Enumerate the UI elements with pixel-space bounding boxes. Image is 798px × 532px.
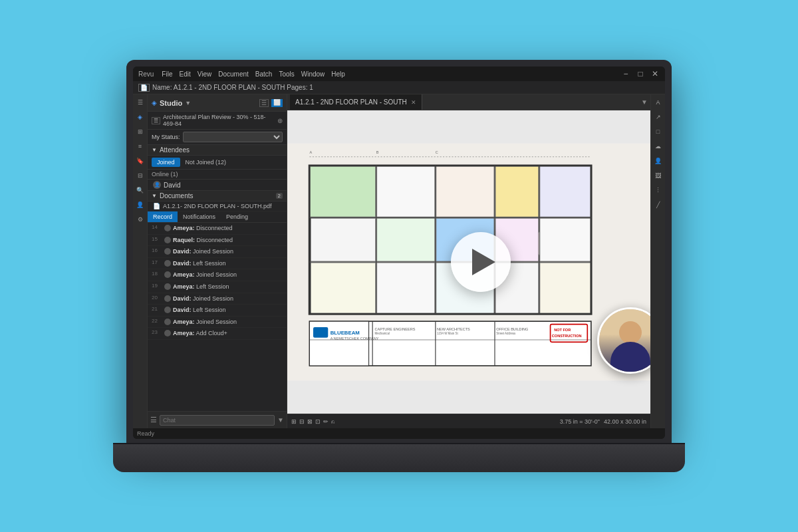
status-select[interactable] [183, 132, 283, 142]
activity-item: 14 Ameya: Disconnected [148, 223, 287, 235]
panel-icon[interactable]: ☰ [135, 97, 146, 108]
studio-icon1[interactable]: ☰ [259, 99, 269, 107]
studio-icon[interactable]: ◈ [135, 112, 146, 122]
session-expand[interactable]: ⊕ [277, 117, 283, 124]
menu-tools[interactable]: Tools [279, 70, 294, 78]
toolbar-snap-icon[interactable]: ⊟ [299, 418, 305, 425]
minimize-button[interactable]: − [621, 69, 630, 78]
right-toolbar: A ↗ □ ☁ 👤 🖼 ⋮ ╱ [650, 94, 665, 428]
bookmarks-icon[interactable]: 🔖 [135, 156, 146, 166]
attendee-item: 👤 David [148, 180, 287, 190]
menu-window[interactable]: Window [301, 70, 325, 78]
app-logo: Revu [138, 70, 154, 78]
menu-batch[interactable]: Batch [255, 70, 273, 78]
activity-text: David: Joined Session [173, 247, 283, 256]
menu-document[interactable]: Document [218, 70, 249, 78]
documents-section: ▼ Documents 2 [148, 190, 287, 201]
right-cloud-icon[interactable]: ☁ [653, 141, 664, 152]
svg-text:C: C [436, 150, 438, 154]
attendees-label: Attendees [160, 146, 190, 154]
status-bar: Ready [133, 428, 665, 439]
thumbnails-icon[interactable]: ⊟ [135, 170, 146, 181]
right-text-icon[interactable]: A [653, 97, 664, 108]
person-silhouette [599, 309, 650, 372]
tab-expand-icon[interactable]: ▼ [641, 98, 648, 106]
close-button[interactable]: ✕ [650, 69, 660, 78]
bottom-toolbar: ⊞ ⊟ ⊠ ⊡ ✏ ⎌ 3.75 in = 30'-0" 42.00 x 30.… [287, 414, 650, 428]
online-section: Online (1) [148, 170, 287, 180]
activity-num: 17 [152, 259, 162, 265]
app-container: Revu File Edit View Document Batch Tools… [133, 66, 665, 439]
activity-item: 16 David: Joined Session [148, 246, 287, 258]
properties-icon[interactable]: ≡ [135, 141, 146, 152]
svg-text:OFFICE BUILDING: OFFICE BUILDING [496, 327, 528, 331]
right-image-icon[interactable]: 🖼 [653, 170, 664, 181]
studio-dropdown[interactable]: ▼ [185, 100, 191, 106]
activity-item: 23 Ameya: Add Cloud+ [148, 328, 287, 340]
activity-text: Ameya: Left Session [173, 283, 283, 291]
svg-text:Mechanical: Mechanical [374, 332, 389, 335]
menu-edit[interactable]: Edit [179, 70, 190, 78]
chat-input[interactable] [160, 415, 275, 426]
right-rect-icon[interactable]: □ [653, 126, 664, 137]
right-dots-icon[interactable]: ⋮ [653, 185, 664, 196]
svg-text:CONSTRUCTION: CONSTRUCTION [552, 334, 582, 338]
joined-tab[interactable]: Joined [152, 158, 180, 167]
search-icon[interactable]: 🔍 [135, 185, 146, 196]
record-tabs: Record Notifications Pending [148, 211, 287, 223]
menu-help[interactable]: Help [331, 70, 345, 78]
svg-text:CAPTURE ENGINEERS: CAPTURE ENGINEERS [374, 327, 415, 331]
title-bar: Revu File Edit View Document Batch Tools… [133, 66, 665, 81]
studio-icon2[interactable]: ⬜ [271, 99, 283, 107]
pending-tab[interactable]: Pending [221, 211, 253, 222]
notifications-tab[interactable]: Notifications [178, 211, 221, 222]
users-icon[interactable]: 👤 [135, 200, 146, 210]
attendees-section: ▼ Attendees [148, 145, 287, 156]
attendee-avatar: 👤 [153, 181, 161, 189]
right-line-icon[interactable]: ╱ [653, 200, 664, 210]
toolbar-grid-icon[interactable]: ⊞ [291, 418, 297, 425]
activity-num: 20 [152, 295, 162, 301]
sidebar: ◈ Studio ▼ ☰ ⬜ ☰ Architectural Plan Revi… [148, 94, 287, 428]
svg-rect-8 [311, 166, 376, 217]
play-button[interactable] [451, 232, 511, 292]
svg-text:1234 W Main St: 1234 W Main St [437, 332, 458, 335]
toolbar-ortho-icon[interactable]: ⊠ [307, 418, 313, 425]
menu-view[interactable]: View [198, 70, 212, 78]
attendees-chevron[interactable]: ▼ [152, 147, 157, 153]
tab-close-icon[interactable]: ✕ [411, 99, 416, 106]
session-icon: ☰ [152, 117, 160, 124]
not-joined-tab[interactable]: Not Joined (12) [183, 158, 229, 167]
activity-list: 14 Ameya: Disconnected 15 Raquel: Discon… [148, 223, 287, 411]
attendee-name: David [164, 182, 181, 189]
right-arrow-icon[interactable]: ↗ [653, 112, 664, 122]
studio-label: Studio [160, 99, 182, 107]
doc-name: A1.2.1- 2ND FLOOR PLAN - SOUTH.pdf [163, 203, 272, 209]
layers-icon[interactable]: ⊞ [135, 126, 146, 137]
chat-filter-icon[interactable]: ▼ [277, 416, 284, 424]
chat-list-icon[interactable]: ☰ [150, 416, 157, 424]
doc-tab[interactable]: A1.2.1 - 2ND FLOOR PLAN - SOUTH ✕ [290, 94, 422, 110]
svg-text:NEW ARCHITECTS: NEW ARCHITECTS [437, 327, 470, 331]
activity-avatar [164, 330, 171, 336]
record-tab[interactable]: Record [148, 211, 178, 222]
settings-icon[interactable]: ⚙ [135, 214, 146, 225]
activity-num: 22 [152, 318, 162, 324]
toolbar-measure-icon[interactable]: ⊡ [315, 418, 321, 425]
maximize-button[interactable]: □ [636, 69, 645, 78]
toolbar-pen-icon[interactable]: ✏ [323, 418, 329, 425]
activity-item: 22 Ameya: Joined Session [148, 317, 287, 329]
activity-item: 15 Raquel: Disconnected [148, 235, 287, 247]
documents-chevron[interactable]: ▼ [152, 193, 157, 199]
content-area: A1.2.1 - 2ND FLOOR PLAN - SOUTH ✕ ▼ [287, 94, 650, 428]
activity-item: 19 Ameya: Left Session [148, 281, 287, 293]
scale-label: 3.75 in = 30'-0" [560, 418, 600, 425]
activity-item: 20 David: Joined Session [148, 293, 287, 305]
toolbar-stamp-icon[interactable]: ⎌ [331, 418, 334, 425]
menu-file[interactable]: File [162, 70, 172, 78]
right-person-icon[interactable]: 👤 [653, 156, 664, 166]
file-icon: 📄 [138, 84, 150, 92]
activity-num: 14 [152, 224, 162, 230]
svg-rect-29 [313, 327, 328, 338]
bottom-right: 3.75 in = 30'-0" 42.00 x 30.00 in [560, 418, 646, 425]
